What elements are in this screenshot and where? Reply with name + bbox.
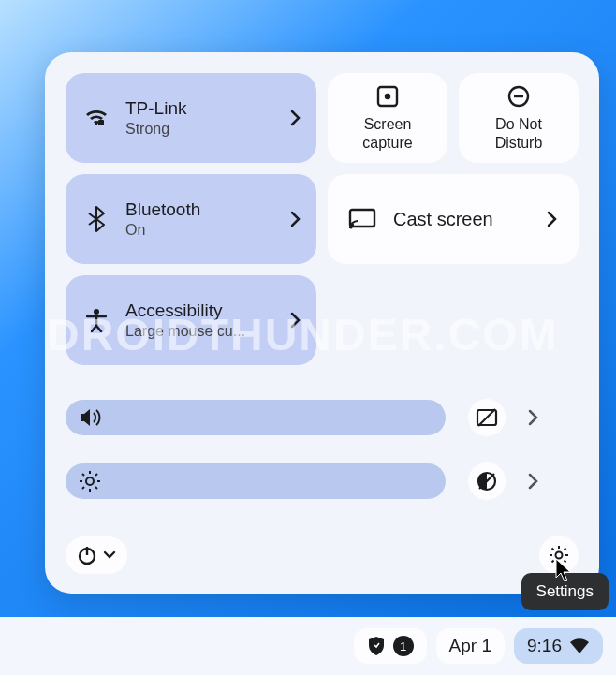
svg-rect-0 — [98, 120, 104, 125]
cast-title: Cast screen — [393, 209, 547, 230]
tiles-grid: TP-Link Strong Screen capture Do Not Dis… — [66, 73, 579, 365]
bluetooth-tile[interactable]: Bluetooth On — [66, 174, 316, 264]
screen-capture-label: Screen capture — [345, 115, 430, 153]
screen-capture-icon — [374, 83, 401, 110]
wifi-tile[interactable]: TP-Link Strong — [66, 73, 316, 163]
settings-button[interactable] — [539, 536, 579, 575]
accessibility-tile[interactable]: Accessibility Large mouse cu... — [66, 275, 316, 365]
shelf: 1 Apr 1 9:16 — [0, 617, 616, 675]
power-menu-button[interactable] — [66, 536, 127, 574]
dnd-icon — [506, 83, 532, 110]
brightness-expand[interactable] — [528, 473, 539, 490]
svg-line-15 — [82, 474, 84, 476]
chevron-right-icon — [290, 211, 301, 227]
bluetooth-icon — [81, 206, 112, 232]
accessibility-sub: Large mouse cu... — [125, 323, 275, 340]
shelf-security[interactable]: 1 — [354, 628, 427, 664]
dnd-label: Do Not Disturb — [477, 115, 561, 153]
shield-icon — [367, 636, 386, 656]
volume-slider[interactable] — [66, 400, 446, 435]
wifi-icon — [569, 638, 590, 653]
wifi-title: TP-Link — [125, 98, 290, 119]
svg-point-6 — [350, 227, 353, 229]
volume-row — [66, 399, 579, 436]
chevron-right-icon — [290, 312, 301, 329]
accessibility-title: Accessibility — [125, 301, 290, 321]
svg-point-23 — [556, 552, 563, 559]
sliders — [66, 399, 579, 500]
svg-line-9 — [478, 409, 495, 426]
svg-line-16 — [95, 487, 97, 489]
svg-point-7 — [94, 309, 99, 315]
svg-point-2 — [385, 94, 390, 99]
date-text: Apr 1 — [449, 636, 491, 656]
captions-toggle[interactable] — [468, 399, 506, 436]
wifi-sub: Strong — [125, 121, 275, 138]
shelf-date[interactable]: Apr 1 — [436, 628, 505, 664]
gear-icon — [548, 544, 570, 566]
screen-capture-tile[interactable]: Screen capture — [328, 73, 447, 163]
notification-badge: 1 — [393, 636, 414, 656]
chevron-right-icon — [547, 211, 558, 227]
chevron-right-icon — [290, 110, 301, 126]
dnd-tile[interactable]: Do Not Disturb — [459, 73, 579, 163]
chevron-down-icon — [103, 550, 116, 560]
time-text: 9:16 — [527, 636, 562, 656]
wifi-icon — [81, 109, 112, 127]
wifi-text: TP-Link Strong — [125, 98, 290, 138]
cast-icon — [348, 208, 376, 230]
power-icon — [77, 545, 97, 565]
bluetooth-title: Bluetooth — [125, 199, 290, 220]
brightness-row — [66, 462, 579, 500]
volume-icon — [79, 407, 101, 428]
panel-footer — [66, 536, 579, 575]
spacer — [328, 275, 579, 365]
accessibility-text: Accessibility Large mouse cu... — [125, 301, 290, 340]
bluetooth-text: Bluetooth On — [125, 199, 290, 239]
svg-line-18 — [95, 474, 97, 476]
bluetooth-sub: On — [125, 222, 275, 239]
svg-line-17 — [82, 487, 84, 489]
brightness-slider[interactable] — [66, 463, 446, 499]
brightness-icon — [79, 470, 101, 492]
accessibility-icon — [81, 308, 112, 332]
settings-tooltip: Settings — [521, 573, 609, 610]
svg-point-10 — [86, 477, 94, 485]
quick-settings-panel: TP-Link Strong Screen capture Do Not Dis… — [45, 52, 599, 594]
cast-tile[interactable]: Cast screen — [328, 174, 579, 264]
shelf-status[interactable]: 9:16 — [514, 628, 603, 664]
volume-expand[interactable] — [528, 409, 539, 426]
night-light-toggle[interactable] — [468, 462, 506, 500]
